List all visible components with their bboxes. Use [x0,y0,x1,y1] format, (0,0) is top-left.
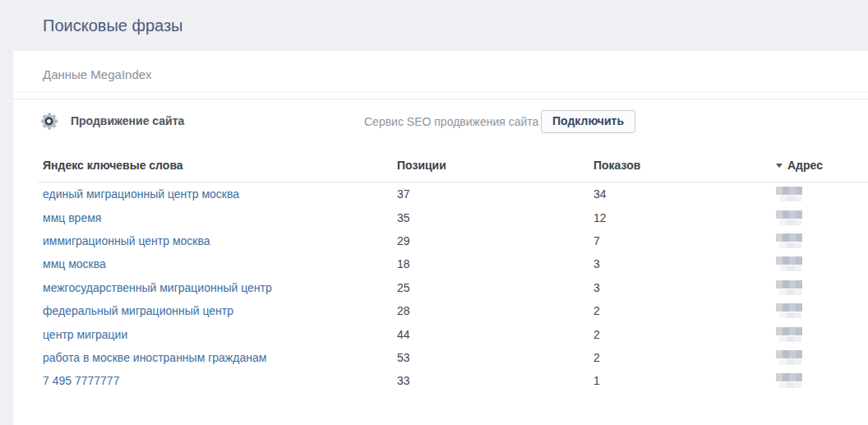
position-value: 25 [397,281,593,294]
address-redacted [776,255,868,273]
table-body: единый миграционный центр москва3734ммц … [13,182,868,393]
position-value: 37 [397,187,593,201]
table-row: ммц москва183 [13,252,868,275]
position-value: 18 [397,257,593,270]
keyword-link[interactable]: 7 495 7777777 [43,374,397,387]
keyword-link[interactable]: ммц москва [43,257,397,270]
address-redacted [776,279,868,297]
table-row: межгосударственный миграционный центр253 [13,276,868,299]
gear-icon [38,110,60,132]
divider [13,92,868,93]
column-header-keywords: Яндекс ключевые слова [43,159,397,172]
address-redacted [776,326,868,344]
section-title: Данные MegaIndex [43,67,152,81]
keyword-link[interactable]: единый миграционный центр москва [43,187,397,201]
keyword-link[interactable]: работа в москве иностранным гражданам [43,351,397,364]
address-redacted [776,372,868,390]
impressions-value: 3 [593,281,776,294]
promo-description: Сервис SEO продвижения сайта [364,115,538,128]
address-redacted [776,209,868,227]
keyword-link[interactable]: федеральный миграционный центр [43,304,397,317]
impressions-value: 3 [593,257,776,270]
report-card: Данные MegaIndex Продвижение сайта Серви… [13,51,868,425]
impressions-value: 7 [593,234,776,247]
impressions-value: 2 [593,304,776,317]
table-row: федеральный миграционный центр282 [13,299,868,322]
page-title: Поисковые фразы [43,15,182,36]
table-row: центр миграции442 [13,322,868,345]
triangle-down-icon [776,164,783,168]
promo-service-name: Продвижение сайта [71,114,184,127]
keyword-link[interactable]: иммиграционный центр москва [43,234,397,247]
address-redacted [776,185,868,203]
column-header-impressions: Показов [593,159,776,172]
address-redacted [776,349,868,367]
keyword-link[interactable]: межгосударственный миграционный центр [43,281,397,294]
position-value: 53 [397,351,593,364]
position-value: 35 [397,211,593,224]
promo-row: Продвижение сайта Сервис SEO продвижения… [13,105,868,138]
table-row: иммиграционный центр москва297 [13,229,868,252]
column-header-address[interactable]: Адрес [776,159,868,172]
impressions-value: 12 [593,211,776,224]
connect-button[interactable]: Подключить [541,110,635,133]
position-value: 28 [397,304,593,317]
keyword-link[interactable]: ммц время [43,211,397,224]
table-row: 7 495 7777777331 [13,369,868,392]
position-value: 44 [397,328,593,341]
column-header-positions: Позиции [397,159,593,172]
table-row: единый миграционный центр москва3734 [13,182,868,206]
position-value: 29 [397,234,593,247]
table-row: ммц время3512 [13,206,868,229]
impressions-value: 2 [593,328,776,341]
address-redacted [776,232,868,250]
address-redacted [776,302,868,320]
table-header-row: Яндекс ключевые слова Позиции Показов Ад… [13,156,868,174]
impressions-value: 2 [593,351,776,364]
keyword-link[interactable]: центр миграции [43,328,397,341]
impressions-value: 34 [593,187,776,201]
impressions-value: 1 [593,374,776,387]
position-value: 33 [397,374,593,387]
divider [13,99,868,99]
table-row: работа в москве иностранным гражданам532 [13,346,868,369]
